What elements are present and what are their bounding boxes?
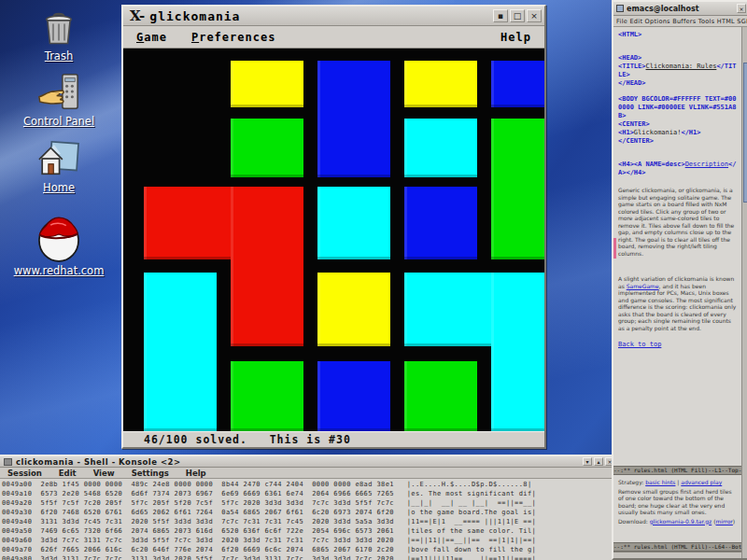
- desktop-icon-control-panel[interactable]: Control Panel: [23, 71, 94, 128]
- tile-cyan[interactable]: [317, 187, 390, 259]
- tile-blue[interactable]: [317, 361, 390, 431]
- x-logo-icon: X-: [130, 7, 144, 24]
- hyperlink[interactable]: Back to top: [618, 341, 661, 348]
- emacs-menubar[interactable]: File Edit Options Buffers Tools HTML SGM…: [613, 16, 747, 27]
- text-segment: Glickomania!: [634, 129, 682, 136]
- tile-cyan[interactable]: [144, 273, 217, 431]
- terminal-line: 0049a80 3d3d 3131 7c7c 7c7c 3131 3d3d 20…: [2, 554, 616, 560]
- close-button[interactable]: ×: [527, 9, 542, 22]
- text-segment: Remove small groups first and herd tiles…: [618, 488, 732, 516]
- desktop-icon-trash[interactable]: Trash: [37, 7, 80, 63]
- hyperlink[interactable]: mirror: [715, 518, 732, 525]
- game-board[interactable]: [123, 49, 544, 431]
- konsole-window: clickomania - Shell - Konsole <2> ▾ ▴ × …: [0, 455, 618, 560]
- terminal-line: 0049a30 6f20 7468 6520 6761 6d65 2062 6f…: [2, 508, 616, 517]
- desktop-icon-label: Control Panel: [23, 115, 94, 128]
- editor-line: Remove small groups first and herd tiles…: [618, 488, 739, 516]
- editor-line: Strategy: basic hints | advanced play: [618, 479, 739, 486]
- desktop-icon-label: Trash: [45, 49, 73, 63]
- tile-blue[interactable]: [317, 61, 390, 177]
- tile-cyan[interactable]: [491, 273, 544, 431]
- editor-line: Back to top: [618, 341, 739, 349]
- emacs-echo-area: [613, 552, 747, 558]
- hyperlink[interactable]: SameGame: [627, 283, 659, 289]
- menu-preferences[interactable]: Preferences: [191, 31, 275, 44]
- hyperlink[interactable]: Description: [685, 161, 728, 168]
- text-segment: , and it has been implemented for PCs, M…: [618, 283, 736, 331]
- tile-green[interactable]: [404, 361, 477, 431]
- emacs-icon: [616, 5, 624, 12]
- term-menu-settings[interactable]: Settings: [132, 469, 169, 478]
- hyperlink[interactable]: glickomania-0.9.tar.gz: [650, 518, 712, 525]
- text-segment: ): [733, 518, 735, 525]
- maximize-button[interactable]: □: [510, 9, 525, 22]
- tile-green[interactable]: [231, 361, 303, 431]
- term-menu-session[interactable]: Session: [7, 469, 42, 478]
- editor-line: [618, 333, 739, 341]
- scrollbar-thumb[interactable]: [743, 63, 747, 203]
- close-button[interactable]: ×: [737, 4, 746, 13]
- hyperlink[interactable]: basic hints: [645, 479, 675, 485]
- desktop-icon-label: www.redhat.com: [14, 264, 105, 277]
- tile-cyan[interactable]: [404, 119, 477, 177]
- text-segment: </H1>: [681, 129, 700, 136]
- text-segment: <H1>: [618, 129, 634, 136]
- emacs-modeline-bottom: --:** rules.html (HTML Fill)--L64--Bot--…: [613, 542, 747, 552]
- hyperlink[interactable]: advanced play: [681, 479, 722, 485]
- redhat-logo-icon: [32, 205, 86, 263]
- minimize-button[interactable]: ▪: [493, 9, 508, 22]
- text-segment: </HEAD>: [618, 79, 646, 87]
- emacs-buffer-bottom[interactable]: Strategy: basic hints | advanced playRem…: [613, 475, 747, 542]
- tile-green[interactable]: [231, 119, 303, 177]
- tile-yellow[interactable]: [231, 61, 303, 107]
- text-segment: <CENTER>: [618, 120, 650, 128]
- emacs-scrollbar[interactable]: [741, 27, 747, 558]
- editor-line: [618, 259, 739, 266]
- editor-line: [618, 88, 739, 95]
- konsole-icon: [4, 458, 12, 466]
- desktop-icon-home[interactable]: Home: [36, 137, 81, 194]
- tile-blue[interactable]: [491, 61, 544, 107]
- terminal-output[interactable]: 0049a00 2e8b 1f45 0000 0000 489c 24e8 00…: [0, 479, 616, 560]
- tile-yellow[interactable]: [317, 273, 390, 346]
- text-segment: </CENTER>: [618, 137, 654, 145]
- game-status-bar: 46/100 solved. This is #30: [123, 431, 544, 447]
- editor-line: <H1>Glickomania!</H1>: [618, 129, 739, 137]
- term-menu-view[interactable]: View: [93, 469, 115, 478]
- menu-help[interactable]: Help: [500, 31, 531, 44]
- tile-yellow[interactable]: [404, 61, 477, 107]
- term-menu-edit[interactable]: Edit: [59, 469, 77, 478]
- menu-game[interactable]: Game: [136, 31, 167, 44]
- emacs-modeline: --:** rules.html (HTML Fill)--L1--Top---…: [613, 466, 747, 475]
- tile-red[interactable]: [231, 187, 303, 346]
- maximize-button[interactable]: ▴: [594, 457, 603, 466]
- tile-blue[interactable]: [404, 187, 477, 259]
- emacs-window: emacs@localhost × File Edit Options Buff…: [612, 0, 747, 560]
- window-title: emacs@localhost: [627, 5, 699, 13]
- tile-green[interactable]: [491, 119, 544, 259]
- desktop: Trash Control Panel: [0, 0, 747, 560]
- trash-icon: [37, 7, 80, 49]
- konsole-menubar: SessionEditViewSettingsHelp: [0, 468, 616, 479]
- glickomania-titlebar[interactable]: X- glickomania ▪ □ ×: [123, 7, 544, 26]
- text-segment: Generic clickomania, or glickomania, is …: [618, 187, 734, 257]
- desktop-icon-redhat[interactable]: www.redhat.com: [14, 205, 105, 277]
- konsole-titlebar[interactable]: clickomania - Shell - Konsole <2> ▾ ▴ ×: [0, 456, 616, 468]
- glickomania-window: X- glickomania ▪ □ × Game Preferences He…: [121, 5, 546, 449]
- editor-line: A slight variation of clickomania is kno…: [618, 275, 739, 331]
- minimize-button[interactable]: ▾: [583, 457, 592, 466]
- editor-line: [618, 146, 739, 153]
- terminal-line: 0049a60 3d3d 7c7c 3131 7c7c 3d3d 5f5f 7c…: [2, 536, 616, 545]
- editor-line: <CENTER>: [618, 120, 739, 129]
- emacs-titlebar[interactable]: emacs@localhost ×: [613, 2, 747, 16]
- desktop-icon-column: Trash Control Panel: [4, 6, 114, 277]
- text-segment: Clickomania: Rules: [646, 63, 717, 70]
- terminal-line: 0049a70 626f 7665 2066 616c 6c20 646f 77…: [2, 545, 616, 554]
- editor-line: <HEAD>: [618, 54, 739, 63]
- term-menu-help[interactable]: Help: [186, 469, 206, 478]
- glickomania-menubar: Game Preferences Help: [123, 26, 544, 49]
- text-segment: Download:: [618, 518, 650, 525]
- text-segment: <TITLE>: [618, 63, 646, 70]
- emacs-buffer-top[interactable]: <HTML><HEAD> <TITLE>Clickomania: Rules</…: [613, 27, 747, 466]
- terminal-line: 0049a10 6573 2e20 5468 6520 6d6f 7374 20…: [2, 489, 616, 498]
